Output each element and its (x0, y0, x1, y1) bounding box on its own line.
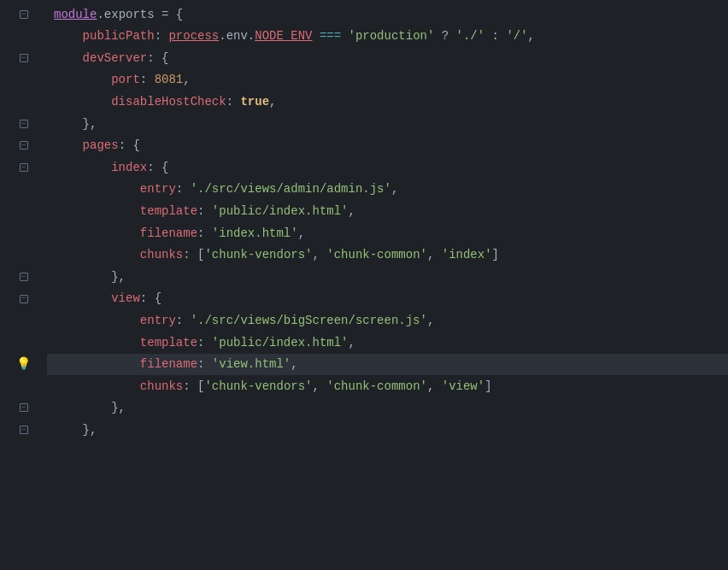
token: , (427, 377, 442, 396)
code-editor: −−−−−−−💡−− module.exports = { publicPath… (0, 0, 728, 570)
indent (54, 420, 83, 439)
code-line: devServer: { (47, 47, 728, 69)
gutter-item[interactable] (0, 26, 47, 48)
token: : (140, 70, 155, 89)
token: . (97, 5, 103, 24)
code-line: entry: './src/views/bigScreen/screen.js'… (47, 309, 728, 332)
gutter-item[interactable] (0, 222, 47, 244)
fold-square-minus-icon[interactable]: − (20, 273, 28, 281)
token: exports = { (104, 5, 183, 24)
fold-minus-icon[interactable]: − (20, 295, 28, 303)
gutter-item[interactable]: 💡 (0, 354, 47, 376)
code-line: view: { (47, 288, 728, 310)
gutter-item[interactable]: − (0, 135, 47, 157)
token: , (349, 333, 355, 352)
gutter-item[interactable] (0, 200, 47, 222)
code-line: chunks: ['chunk-vendors', 'chunk-common'… (47, 244, 728, 267)
indent (54, 115, 83, 133)
token: entry (140, 179, 176, 198)
code-line: }, (47, 419, 728, 441)
indent (54, 70, 111, 89)
code-line: template: 'public/index.html', (47, 200, 728, 222)
code-line: publicPath: process.env.NODE_ENV === 'pr… (47, 26, 728, 48)
code-line: filename: 'view.html', (47, 354, 728, 376)
token: './src/views/admin/admin.js' (191, 179, 391, 198)
indent (54, 49, 83, 68)
token: 'chunk-common' (326, 377, 427, 396)
token: module (54, 5, 97, 24)
indent (54, 179, 140, 198)
gutter-item[interactable]: − (0, 113, 47, 135)
code-line: module.exports = { (47, 3, 728, 26)
gutter-item[interactable]: − (0, 397, 47, 420)
gutter-item[interactable] (0, 332, 47, 354)
gutter-item[interactable]: − (0, 47, 47, 69)
gutter-item[interactable]: − (0, 3, 47, 26)
code-line: chunks: ['chunk-vendors', 'chunk-common'… (47, 375, 728, 397)
token: disableHostCheck (111, 92, 226, 111)
fold-minus-icon[interactable]: − (20, 163, 28, 172)
token: chunks (140, 377, 183, 396)
gutter-item[interactable]: − (0, 419, 47, 441)
token: port (111, 70, 140, 89)
bulb-icon[interactable]: 💡 (16, 355, 31, 373)
gutter-item[interactable] (0, 91, 47, 113)
indent (54, 202, 140, 220)
token: , (183, 70, 190, 89)
token: , (313, 377, 327, 396)
code-line: port: 8081, (47, 69, 728, 91)
token: 'chunk-vendors' (204, 245, 312, 264)
code-line: index: { (47, 156, 728, 179)
token: entry (140, 311, 176, 330)
indent (54, 377, 140, 396)
gutter-item[interactable] (0, 375, 47, 397)
code-area: −−−−−−−💡−− module.exports = { publicPath… (0, 0, 728, 570)
token: template (140, 333, 197, 352)
token: publicPath (83, 26, 155, 45)
token: }, (83, 115, 97, 133)
token: 8081 (155, 70, 184, 89)
gutter-item[interactable] (0, 309, 47, 332)
fold-square-minus-icon[interactable]: − (20, 403, 28, 412)
indent (54, 398, 111, 417)
fold-square-minus-icon[interactable]: − (20, 120, 28, 128)
code-line: pages: { (47, 135, 728, 157)
gutter-item[interactable]: − (0, 266, 47, 288)
gutter-item[interactable] (0, 244, 47, 267)
token: , (349, 202, 355, 220)
token: template (140, 202, 197, 220)
code-line: }, (47, 397, 728, 420)
indent (54, 333, 140, 352)
gutter-item[interactable]: − (0, 156, 47, 179)
gutter-item[interactable] (0, 69, 47, 91)
fold-minus-icon[interactable]: − (20, 54, 28, 62)
token: , (391, 179, 398, 198)
token: env. (226, 26, 255, 45)
gutter-item[interactable] (0, 179, 47, 201)
token: , (313, 245, 327, 264)
token: : { (140, 289, 161, 308)
token: chunks (140, 245, 183, 264)
fold-minus-icon[interactable]: − (20, 141, 28, 150)
token: './src/views/bigScreen/screen.js' (191, 311, 427, 330)
token: : [ (183, 377, 204, 396)
indent (54, 224, 140, 243)
indent (54, 311, 140, 330)
indent (54, 92, 111, 111)
gutter-item[interactable]: − (0, 288, 47, 310)
code-content: module.exports = { publicPath: process.e… (47, 0, 728, 570)
token: filename (140, 224, 197, 243)
token: true (240, 92, 269, 111)
code-line: disableHostCheck: true, (47, 91, 728, 113)
token: }, (111, 398, 126, 417)
token: 'view.html' (212, 355, 291, 373)
fold-minus-icon[interactable]: − (20, 10, 28, 19)
indent (54, 158, 111, 177)
fold-square-minus-icon[interactable]: − (20, 426, 28, 434)
indent (54, 136, 83, 155)
token: process (168, 26, 219, 45)
token: './' (456, 26, 485, 45)
indent (54, 267, 111, 286)
code-line: }, (47, 113, 728, 135)
token: : (197, 355, 212, 373)
